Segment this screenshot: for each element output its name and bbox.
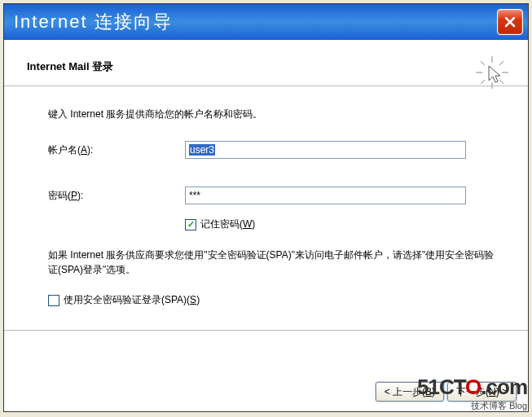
svg-line-7: [481, 80, 485, 84]
close-icon: [503, 15, 517, 29]
remember-label: 记住密码(W): [200, 217, 255, 231]
titlebar: Internet 连接向导: [4, 4, 528, 40]
svg-line-5: [499, 80, 503, 84]
spa-label: 使用安全密码验证登录(SPA)(S): [64, 293, 200, 307]
remember-checkbox[interactable]: ✓: [185, 219, 196, 230]
spa-row: 使用安全密码验证登录(SPA)(S): [48, 293, 499, 307]
page-title: Internet Mail 登录: [27, 59, 505, 74]
window-title: Internet 连接向导: [14, 10, 173, 34]
spa-info-text: 如果 Internet 服务供应商要求您使用"安全密码验证(SPA)"来访问电子…: [48, 248, 499, 277]
close-button[interactable]: [497, 9, 523, 35]
account-input[interactable]: user3: [185, 141, 466, 159]
wizard-window: Internet 连接向导 Internet Mail 登录: [3, 3, 529, 412]
intro-text: 键入 Internet 服务提供商给您的帐户名称和密码。: [48, 108, 499, 121]
spa-checkbox[interactable]: [48, 295, 59, 306]
account-value: user3: [189, 144, 215, 156]
password-row: 密码(P):: [48, 187, 499, 204]
next-button[interactable]: 下一步(N) >: [447, 382, 517, 402]
cursor-arrow-icon: [474, 55, 510, 90]
content-area: Internet Mail 登录 键入 Internet 服务提供商给您的帐户名…: [4, 40, 528, 411]
password-label: 密码(P):: [48, 189, 185, 203]
remember-row: ✓ 记住密码(W): [185, 217, 499, 231]
form-body: 键入 Internet 服务提供商给您的帐户名称和密码。 帐户名(A): use…: [4, 86, 528, 323]
svg-line-6: [499, 61, 503, 65]
back-button[interactable]: < 上一步(B): [376, 382, 444, 402]
svg-line-4: [481, 61, 485, 65]
button-bar: < 上一步(B) 下一步(N) >: [376, 382, 517, 402]
header-section: Internet Mail 登录: [4, 40, 528, 86]
account-row: 帐户名(A): user3: [48, 141, 499, 159]
password-input[interactable]: [185, 187, 466, 204]
separator: [4, 330, 528, 331]
account-label: 帐户名(A):: [48, 143, 185, 157]
